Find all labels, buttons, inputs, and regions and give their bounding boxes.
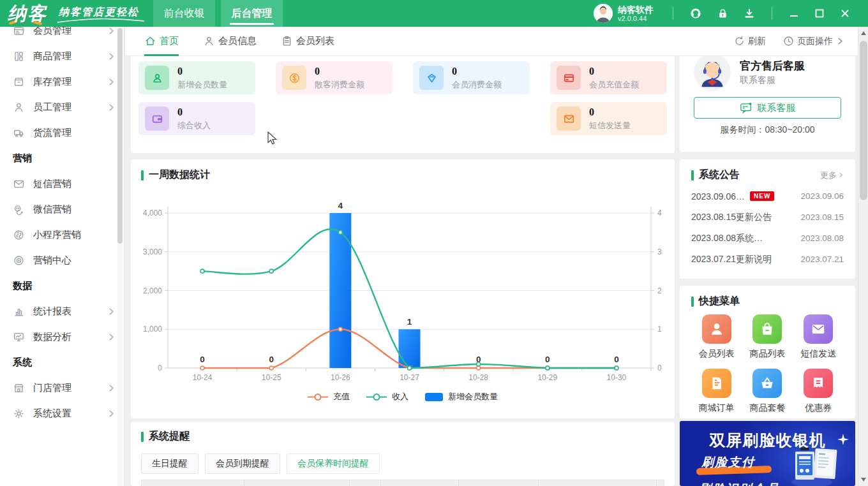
announcement-item[interactable]: 2023.08.15更新公告 2023.08.15 xyxy=(691,207,844,228)
reminder-tab-生日提醒[interactable]: 生日提醒 xyxy=(141,453,198,474)
header-nav-pos[interactable]: 前台收银 xyxy=(153,0,215,27)
sidebar-section-label: 系统 xyxy=(0,350,124,375)
quick-item-商品套餐[interactable]: 商品套餐 xyxy=(749,369,785,414)
svg-text:10-25: 10-25 xyxy=(262,373,281,382)
sidebar-item[interactable]: 会员管理 xyxy=(0,27,124,43)
stat-card-会员消费金额[interactable]: 0 会员消费金额 xyxy=(413,61,530,94)
sidebar-item[interactable]: 门店管理 xyxy=(0,375,124,401)
sidebar-item[interactable]: 系统设置 xyxy=(0,401,124,426)
minimize-button[interactable] xyxy=(787,6,801,20)
stat-card-综合收入[interactable]: 0 综合收入 xyxy=(138,102,255,135)
svg-text:3,000: 3,000 xyxy=(143,247,162,256)
sidebar: 会员管理 商品管理 库存管理 员工管理 货流管理 营销 短信营销 微信营销 小程… xyxy=(0,27,124,486)
maximize-button[interactable] xyxy=(812,6,827,20)
legend-label: 新增会员数量 xyxy=(448,391,498,402)
sidebar-item-label: 营销中心 xyxy=(33,254,115,267)
sidebar-item[interactable]: 小程序营销 xyxy=(0,222,124,247)
sidebar-item-label: 货流管理 xyxy=(33,127,115,139)
app-window: 纳客 纳客管店更轻松 前台收银后台管理 纳客软件 v2.0.0.44 xyxy=(0,0,868,486)
quick-item-优惠券[interactable]: 优惠券 xyxy=(804,369,833,414)
support-icon[interactable] xyxy=(689,7,702,20)
chevron-right-icon xyxy=(108,385,115,392)
sidebar-item[interactable]: 数据分析 xyxy=(0,324,124,350)
quick-item-会员列表[interactable]: 会员列表 xyxy=(699,314,735,360)
stat-card-散客消费金额[interactable]: 0 散客消费金额 xyxy=(276,61,393,94)
reminder-table-header xyxy=(141,480,664,486)
stat-label: 新增会员数量 xyxy=(177,79,227,91)
tab-会员列表[interactable]: 会员列表 xyxy=(281,27,334,56)
sidebar-item[interactable]: 库存管理 xyxy=(0,69,124,94)
quick-item-短信发送[interactable]: 短信发送 xyxy=(800,314,836,360)
scroll-up-icon[interactable] xyxy=(858,28,868,38)
header-nav-backoffice[interactable]: 后台管理 xyxy=(221,0,283,27)
download-icon[interactable] xyxy=(743,7,756,20)
announcement-title: 2023.08.15更新公告 xyxy=(691,212,772,223)
lock-icon[interactable] xyxy=(716,7,729,20)
reminder-tab-会员保养时间提醒[interactable]: 会员保养时间提醒 xyxy=(287,453,380,474)
divider xyxy=(772,7,772,20)
contact-service-button[interactable]: 联系客服 xyxy=(694,97,841,119)
stat-label: 会员消费金额 xyxy=(452,79,502,91)
sidebar-scrollbar-thumb[interactable] xyxy=(117,28,123,244)
report-icon xyxy=(13,305,26,318)
sidebar-item[interactable]: 商品管理 xyxy=(0,43,124,69)
quick-item-label: 商品套餐 xyxy=(749,402,785,414)
announcements-more-link[interactable]: 更多 xyxy=(820,170,844,181)
svg-text:2,000: 2,000 xyxy=(143,286,162,295)
main-scrollbar-thumb[interactable] xyxy=(860,41,867,200)
sparkle-icon xyxy=(837,434,849,448)
person-icon xyxy=(203,35,215,47)
quick-item-label: 会员列表 xyxy=(699,348,735,360)
close-button[interactable] xyxy=(838,6,852,20)
tab-首页[interactable]: 首页 xyxy=(144,27,179,56)
quick-item-商城订单[interactable]: 商城订单 xyxy=(699,369,735,414)
action-刷新[interactable]: 刷新 xyxy=(733,35,766,47)
svg-text:4: 4 xyxy=(338,201,343,210)
cash-register-image xyxy=(790,445,841,486)
announcement-title: 2023.09.06… xyxy=(691,191,745,202)
stat-card-会员充值金额[interactable]: 0 会员充值金额 xyxy=(550,61,667,94)
scroll-down-icon[interactable] xyxy=(858,475,868,485)
action-页面操作[interactable]: 页面操作 xyxy=(782,35,844,47)
sidebar-item[interactable]: 营销中心 xyxy=(0,247,124,273)
analysis-icon xyxy=(13,330,26,343)
main-scrollbar[interactable] xyxy=(858,27,868,486)
mail-icon xyxy=(557,107,581,131)
announcements-title: 系统公告 xyxy=(691,168,740,182)
sidebar-item[interactable]: 货流管理 xyxy=(0,120,124,145)
store-icon xyxy=(13,381,26,394)
announcement-title: 2023.07.21更新说明 xyxy=(691,254,772,265)
stock-icon xyxy=(13,75,26,88)
sidebar-item[interactable]: 员工管理 xyxy=(0,94,124,120)
miniapp-icon xyxy=(13,228,26,241)
stat-value: 0 xyxy=(452,66,502,77)
quick-item-label: 优惠券 xyxy=(805,402,832,414)
legend-item-充值[interactable]: 充值 xyxy=(308,391,350,402)
tab-会员信息[interactable]: 会员信息 xyxy=(203,27,257,56)
legend-swatch xyxy=(366,393,387,401)
sidebar-item[interactable]: 短信营销 xyxy=(0,171,124,196)
tab-bar: 首页 会员信息 会员列表 刷新 页面操作 xyxy=(125,27,858,56)
staff-icon xyxy=(13,101,26,114)
svg-text:0: 0 xyxy=(200,355,205,364)
legend-item-新增会员数量[interactable]: 新增会员数量 xyxy=(425,391,498,402)
sidebar-item[interactable]: 统计报表 xyxy=(0,298,124,324)
clock-icon xyxy=(782,35,795,47)
svg-text:1,000: 1,000 xyxy=(143,325,162,334)
brand: 纳客 xyxy=(8,2,47,25)
user-account[interactable]: 纳客软件 v2.0.0.44 xyxy=(594,4,654,23)
stat-card-新增会员数量[interactable]: 0 新增会员数量 xyxy=(138,61,255,94)
announcement-item[interactable]: 2023.07.21更新说明 2023.07.21 xyxy=(691,249,844,270)
stat-value: 0 xyxy=(315,66,364,77)
legend-item-收入[interactable]: 收入 xyxy=(366,391,408,402)
stat-card-短信发送量[interactable]: 0 短信发送量 xyxy=(550,102,667,135)
announcement-item[interactable]: 2023.09.06… NEW 2023.09.06 xyxy=(691,186,844,207)
quick-item-商品列表[interactable]: 商品列表 xyxy=(749,314,785,360)
sidebar-scrollbar[interactable] xyxy=(117,27,123,486)
announcement-date: 2023.08.08 xyxy=(800,233,844,243)
tab-label: 会员列表 xyxy=(296,35,334,47)
announcement-item[interactable]: 2023.08.08系统… 2023.08.08 xyxy=(691,228,844,249)
reminder-tab-会员到期提醒[interactable]: 会员到期提醒 xyxy=(205,453,280,474)
sidebar-item[interactable]: 微信营销 xyxy=(0,196,124,222)
ad-banner[interactable]: 双屏刷脸收银机 刷脸支付 刷脸识别会员 xyxy=(680,421,855,486)
